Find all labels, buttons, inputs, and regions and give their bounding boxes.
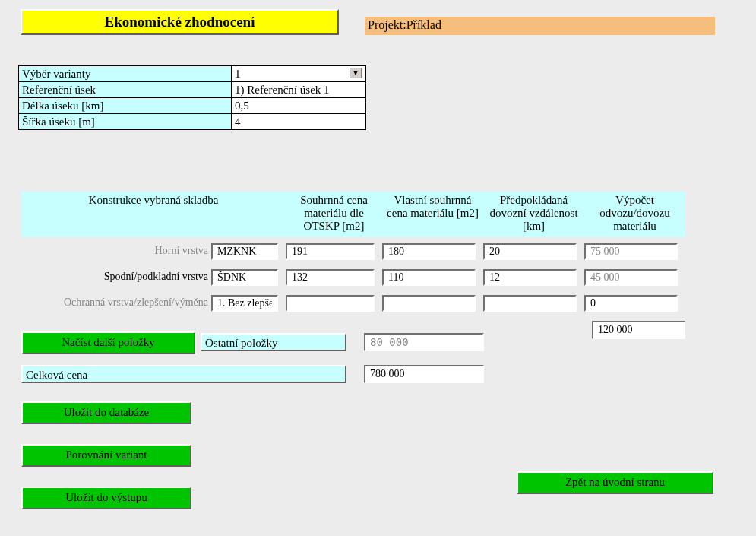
param-label: Referenční úsek	[19, 82, 232, 98]
transport-calc-output	[584, 295, 678, 312]
total-label: Celková cena	[21, 365, 346, 383]
transport-sum-output: 120 000	[592, 321, 685, 339]
col-header: Konstrukce vybraná skladba	[21, 192, 286, 237]
grid-row: Spodní/podkladní vrstva	[21, 269, 678, 286]
page-title: Ekonomické zhodnocení	[21, 9, 339, 35]
total-value: 780 000	[364, 365, 484, 383]
param-label: Šířka úseku [m]	[19, 114, 232, 130]
project-label: Projekt:Příklad	[365, 17, 715, 35]
layer-code-input[interactable]	[211, 295, 278, 312]
chevron-down-icon[interactable]: ▼	[350, 68, 362, 78]
grid-row: Ochranná vrstva/zlepšení/výměna	[21, 295, 678, 312]
otskp-price-input[interactable]	[286, 243, 375, 260]
col-header: Výpočet odvozu/dovozu materiálu	[584, 192, 685, 237]
back-button[interactable]: Zpět na úvodní stranu	[517, 471, 713, 494]
reference-section-field[interactable]: 1) Referenční úsek 1	[232, 82, 366, 98]
distance-input[interactable]	[483, 269, 577, 286]
section-length-field[interactable]: 0,5	[232, 98, 366, 114]
layer-label: Horní vrstva	[21, 243, 211, 260]
grid-header: Konstrukce vybraná skladba Souhrnná cena…	[21, 192, 685, 237]
transport-calc-output	[584, 269, 678, 286]
compare-variants-button[interactable]: Porovnání variant	[21, 444, 191, 467]
distance-input[interactable]	[483, 243, 577, 260]
layer-label: Ochranná vrstva/zlepšení/výměna	[21, 295, 211, 312]
col-header: Vlastní souhrnná cena materiálu [m2]	[382, 192, 483, 237]
transport-calc-output	[584, 243, 678, 260]
col-header: Předpokládaná dovozní vzdálenost [km]	[483, 192, 584, 237]
own-price-input[interactable]	[382, 295, 476, 312]
section-width-field[interactable]: 4	[232, 114, 366, 130]
grid-row: Horní vrstva	[21, 243, 678, 260]
own-price-input[interactable]	[382, 243, 476, 260]
save-db-button[interactable]: Uložit do databáze	[21, 401, 191, 424]
save-output-button[interactable]: Uložit do výstupu	[21, 487, 191, 509]
parameters-table: Výběr varianty 1 ▼ Referenční úsek 1) Re…	[18, 65, 366, 130]
otskp-price-input[interactable]	[286, 269, 375, 286]
load-more-button[interactable]: Načíst další položky	[21, 331, 195, 354]
layer-code-input[interactable]	[211, 243, 278, 260]
layer-label: Spodní/podkladní vrstva	[21, 269, 211, 286]
param-label: Délka úseku [km]	[19, 98, 232, 114]
distance-input[interactable]	[483, 295, 577, 312]
col-header: Souhrnná cena materiálu dle OTSKP [m2]	[286, 192, 382, 237]
own-price-input[interactable]	[382, 269, 476, 286]
otskp-price-input[interactable]	[286, 295, 375, 312]
layer-code-input[interactable]	[211, 269, 278, 286]
other-items-value: 80 000	[364, 333, 484, 351]
param-label: Výběr varianty	[19, 66, 232, 82]
other-items-label: Ostatní položky	[201, 333, 346, 351]
variant-select[interactable]: 1 ▼	[232, 66, 366, 82]
